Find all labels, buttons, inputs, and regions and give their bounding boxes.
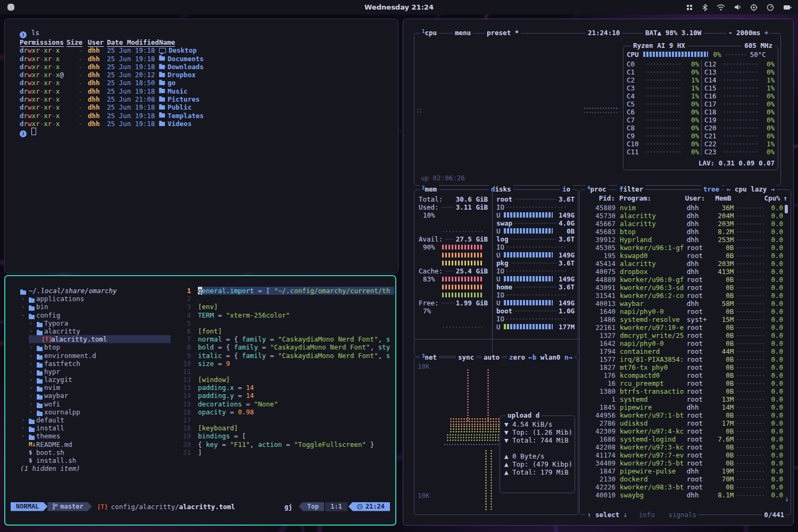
chevron-right-icon[interactable]: › [29,368,33,376]
tree-item-install[interactable]: ›install [5,424,178,432]
chevron-right-icon[interactable]: › [21,303,25,311]
tree-item-applications[interactable]: ›applications [5,295,178,303]
tab-cpu[interactable]: 1cpu [420,29,439,37]
process-row[interactable]: 1686systemd-logindroot7.6M0.0 [583,435,783,443]
process-row[interactable]: 34409kworker/u97:5-btroot0B0.0 [583,459,783,467]
code-line[interactable]: 6[font] [178,327,394,335]
tree-item-readme-md[interactable]: M↓README.md [5,440,178,448]
tree-item-bin[interactable]: ›bin [5,303,178,311]
tree-item-themes[interactable]: ›themes [5,432,178,440]
file-row[interactable]: drwxr-xr-x-dhh25 Jun 19:18Public [20,103,393,111]
process-row[interactable]: 44956kworker/u97:1-btroot0B0.0 [583,411,783,419]
chevron-down-icon[interactable]: › [27,329,35,333]
battery-icon[interactable] [783,4,792,11]
process-row[interactable]: 42309kworker/u97:4-kcroot0B0.0 [583,427,783,435]
tree-item-xournalpp[interactable]: ›xournalpp [5,408,178,416]
process-row[interactable]: 1380btrfs-transactioroot0B0.0 [583,387,783,395]
process-row[interactable]: 44889kworker/u96:0-gfroot0B0.0 [583,276,783,284]
file-row[interactable]: drwxr-xr-x-dhh25 Jun 21:08Pictures [20,95,393,103]
code-line[interactable]: 8bold = { family = "CaskaydiaMono Nerd F… [178,343,394,351]
col-user[interactable]: User: [685,194,709,202]
process-row[interactable]: 43091kworker/u96:3-sdroot0B0.0 [583,284,783,292]
process-row[interactable]: 31541kworker/u96:2-coroot0B0.0 [583,292,783,300]
file-row[interactable]: drwxr-xr-x-dhh25 Jun 18:50go [20,79,393,87]
code-line[interactable]: 9italic = { family = "CaskaydiaMono Nerd… [178,352,394,360]
process-row[interactable]: 41174kworker/u97:7-evroot0B0.0 [583,451,783,459]
process-row[interactable]: 1327dmcrypt_write/25root0B0.0 [583,331,783,339]
tab-io[interactable]: io [560,185,572,193]
file-row[interactable]: drwxr-xr-x-dhh25 Jun 19:18Desktop [20,46,393,54]
chevron-right-icon[interactable]: › [21,432,25,440]
code-line[interactable]: 20{ key = "F11", action = "ToggleFullscr… [178,440,394,448]
wifi-icon[interactable] [717,4,725,11]
editor-window[interactable]: ~/.local/share/omarchy›applications›bin›… [4,275,396,526]
code-buffer[interactable]: 1general.import = [ "~/.config/omarchy/c… [178,287,394,456]
updates-icon[interactable] [686,4,693,11]
process-row[interactable]: 1827mt76-tx phy0root0B0.0 [583,363,783,371]
terminal-window-ls[interactable]: ❯lsPermissionsSizeUserDate ModifiedNamed… [4,19,398,273]
select-down-icon[interactable]: ↓ [624,511,628,519]
net-auto-toggle[interactable]: auto [481,353,502,361]
info-button[interactable]: info [639,511,655,519]
col-program[interactable]: Program: [619,194,685,202]
code-line[interactable]: 12[window] [178,376,394,384]
process-row[interactable]: 42208kworker/u97:3-kcroot0B0.0 [583,443,783,451]
code-line[interactable]: 2 [178,295,394,303]
tree-item-typora[interactable]: ›Typora [5,319,178,327]
code-line[interactable]: 3[env] [178,303,394,311]
menu-button[interactable]: menu [453,29,473,37]
process-row[interactable]: 1486systemd-resolvesyst+15M0.0 [583,315,783,323]
process-row[interactable]: 42226kworker/u98:3-btroot0B0.0 [583,483,783,491]
code-line[interactable]: 10size = 9 [178,360,394,368]
process-row[interactable]: 40013waybardhh58M0.0 [583,300,783,307]
tree-item-environment-d[interactable]: ›environment.d [5,352,178,360]
tab-preset[interactable]: preset * [485,29,521,37]
tree-item-lazygit[interactable]: ›lazygit [5,376,178,384]
process-row[interactable]: 1577irq/81-PIXA3854:root0B0.0 [583,355,783,363]
code-line[interactable]: 21] [178,448,394,456]
tab-proc[interactable]: 4proc [585,185,609,193]
col-memb[interactable]: MemB [709,194,732,202]
sort-direction-icon[interactable]: ↑ [783,194,787,202]
file-row[interactable]: drwxr-xr-x@-dhh25 Jun 20:12Dropbox [20,71,393,79]
git-branch[interactable]: master [47,502,92,511]
chevron-right-icon[interactable]: › [29,408,33,416]
process-row[interactable]: 16rcu_preemptroot0B0.0 [583,379,783,387]
tree-item-fastfetch[interactable]: ›fastfetch [5,360,178,368]
code-line[interactable]: 4TERM = "xterm-256color" [178,311,394,319]
tree-item-wofi[interactable]: ›wofi [5,400,178,408]
code-line[interactable]: 18[keyboard] [178,424,394,432]
process-row[interactable]: 45683btopdhh8.2M0.0 [583,228,783,236]
proc-sort-mode[interactable]: ← cpu lazy → [725,185,777,193]
select-up-icon[interactable]: ↑ [587,511,592,519]
tree-item-alacritty-toml[interactable]: [T]alacritty.toml [5,335,178,343]
process-row[interactable]: 45889nvimdhh36M0.0 [583,204,783,212]
code-line[interactable]: 17 [178,416,394,424]
code-line[interactable]: 14padding.y = 14 [178,392,394,400]
tree-item-waybar[interactable]: ›waybar [5,392,178,400]
chevron-right-icon[interactable]: › [21,295,25,303]
chevron-right-icon[interactable]: › [21,416,25,424]
tree-item-nvim[interactable]: ›nvim [5,384,178,392]
col-pid[interactable]: Pid: [583,194,615,202]
chevron-right-icon[interactable]: › [21,424,25,432]
tree-item-boot-sh[interactable]: $boot.sh [5,448,178,456]
process-row[interactable]: 1847pipewire-pulsedhh19M0.0 [583,467,783,475]
process-row[interactable]: 39912Hyprlanddhh253M0.0 [583,236,783,244]
refresh-interval[interactable]: - 2000ms + [726,29,770,37]
file-row[interactable]: drwxr-xr-x-dhh25 Jun 19:18Music [20,87,393,95]
process-row[interactable]: 45414alacrittydhh203M0.0 [583,260,783,268]
chevron-right-icon[interactable]: › [29,400,33,408]
process-row[interactable]: 1642napi/phy0-0root0B0.0 [583,339,783,347]
screen-record-icon[interactable] [750,4,758,11]
bluetooth-icon[interactable] [702,4,708,11]
col-cpu[interactable]: Cpu% [764,194,780,202]
gauge-icon[interactable] [767,4,774,11]
process-row[interactable]: 40010swaybgdhh8.1M0.0 [583,491,783,499]
btop-window[interactable]: 1cpu menu preset * 21:24:10 BAT▲ 98% 3.1… [403,19,794,526]
tree-item-config[interactable]: ›config [5,311,178,319]
process-row[interactable]: 1794containerdroot44M0.0 [583,347,783,355]
chevron-down-icon[interactable]: › [19,313,27,317]
chevron-right-icon[interactable]: › [29,352,33,360]
tab-net[interactable]: 3net [420,353,439,361]
